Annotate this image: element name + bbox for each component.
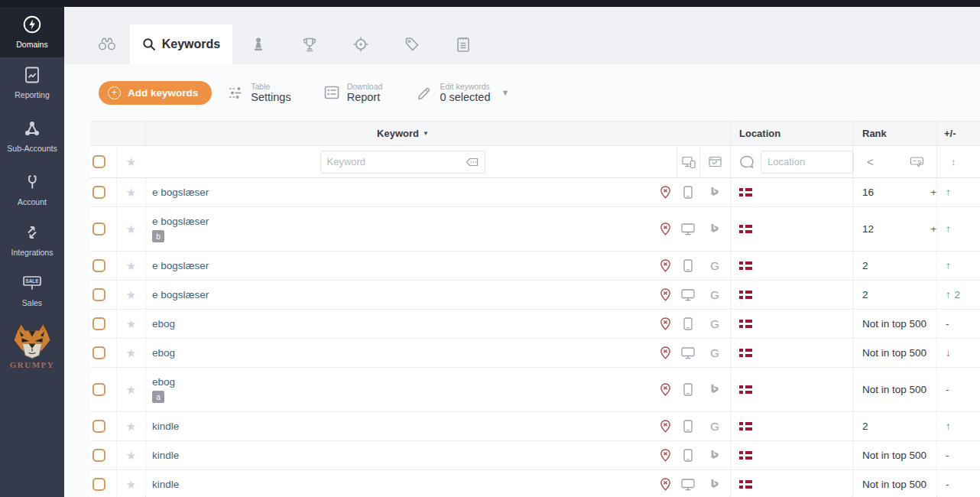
star-icon[interactable]: ★ (126, 421, 136, 432)
tab-competitor-ranks[interactable] (284, 24, 335, 64)
keyword-link[interactable]: ebog (152, 347, 654, 359)
keyword-link[interactable]: kindle (152, 479, 654, 490)
tab-keywords[interactable]: Keywords (130, 24, 232, 64)
table-settings-bottom-label: Settings (251, 91, 290, 104)
row-checkbox[interactable] (92, 259, 105, 272)
mobile-device-icon (683, 186, 693, 199)
star-icon[interactable]: ★ (126, 187, 136, 198)
tab-notes[interactable] (437, 24, 488, 64)
denmark-flag-icon (739, 349, 752, 357)
row-checkbox[interactable] (92, 420, 105, 433)
download-report-bottom-label: Report (347, 91, 383, 104)
star-icon[interactable]: ★ (126, 450, 136, 461)
keyword-link[interactable]: ebog (152, 376, 654, 388)
tab-overview[interactable] (84, 24, 130, 64)
sidebar-item-domains[interactable]: Domains (0, 7, 64, 57)
tab-landing-pages[interactable] (335, 24, 386, 64)
row-checkbox[interactable] (92, 317, 105, 330)
star-icon[interactable]: ★ (126, 289, 136, 300)
keyword-filter-input[interactable] (327, 156, 466, 167)
sidebar-item-integrations[interactable]: Integrations (0, 215, 64, 265)
change-arrow-icon: ↓ (946, 347, 951, 359)
row-checkbox[interactable] (92, 346, 105, 359)
keyword-link[interactable]: e bogslæser (152, 289, 654, 300)
geo-pin-icon[interactable] (660, 478, 671, 491)
locale-bubble-icon[interactable] (739, 155, 754, 169)
geo-pin-icon[interactable] (660, 317, 671, 330)
chevron-down-icon[interactable]: ▼ (501, 88, 510, 97)
rank-operator-filter[interactable]: < (867, 155, 874, 168)
tab-competitors[interactable] (232, 24, 284, 64)
edit-keywords-button[interactable]: Edit keywords 0 selected (416, 82, 490, 104)
bing-engine-icon (709, 479, 720, 491)
pencil-icon (416, 84, 433, 101)
desktop-device-icon (681, 223, 695, 236)
geo-pin-icon[interactable] (660, 420, 671, 433)
label-icon[interactable] (466, 158, 479, 167)
sidebar-item-account[interactable]: Account (0, 164, 64, 215)
keyword-link[interactable]: e bogslæser (152, 216, 654, 227)
sidebar-item-sales[interactable]: SALE Sales (0, 265, 64, 316)
sidebar-item-reporting[interactable]: Reporting (0, 57, 64, 108)
sidebar-item-label: Sub-Accounts (5, 144, 60, 154)
rank-header[interactable]: Rank (852, 122, 936, 145)
row-checkbox[interactable] (92, 383, 105, 396)
geo-pin-icon[interactable] (660, 288, 671, 301)
google-engine-icon: G (710, 317, 719, 330)
header-star-cell (116, 122, 145, 145)
rank-value: Not in top 500 (862, 384, 926, 395)
tab-tags[interactable] (386, 24, 437, 64)
sidebar-item-label: Account (5, 197, 60, 207)
row-checkbox[interactable] (92, 186, 105, 199)
change-arrow-icon: ↑ (946, 223, 951, 235)
download-report-button[interactable]: Download Report (323, 82, 383, 104)
change-arrow-icon: - (946, 384, 949, 395)
star-icon[interactable]: ★ (126, 223, 136, 235)
serp-features-filter-icon[interactable] (910, 156, 924, 167)
geo-pin-icon[interactable] (660, 383, 671, 396)
keyword-filter-box (320, 151, 485, 174)
select-all-checkbox[interactable] (92, 155, 105, 168)
geo-pin-icon[interactable] (660, 346, 671, 359)
sub-accounts-icon (22, 119, 42, 138)
change-arrow-icon: ↑ (946, 421, 951, 432)
sidebar-item-label: Domains (5, 40, 60, 50)
row-checkbox[interactable] (92, 478, 105, 491)
change-header[interactable]: +/- (936, 122, 980, 145)
location-header[interactable]: Location (730, 122, 852, 145)
change-filter-icon[interactable]: ↕ (951, 156, 956, 167)
star-icon[interactable]: ★ (126, 479, 136, 490)
geo-pin-icon[interactable] (660, 186, 671, 199)
star-icon[interactable]: ★ (126, 347, 136, 359)
star-icon[interactable]: ★ (126, 318, 136, 330)
mobile-device-icon (683, 449, 693, 462)
keyword-link[interactable]: e bogslæser (152, 187, 654, 198)
keyword-header[interactable]: Keyword ▼ (145, 122, 654, 145)
keyword-link[interactable]: e bogslæser (152, 260, 654, 271)
device-filter-icon[interactable] (682, 156, 696, 168)
row-checkbox[interactable] (92, 288, 105, 301)
star-filter-icon[interactable]: ★ (126, 156, 136, 167)
search-engine-filter-icon[interactable] (709, 156, 722, 167)
google-engine-icon: G (710, 288, 719, 301)
star-icon[interactable]: ★ (126, 384, 136, 395)
table-settings-button[interactable]: Table Settings (227, 82, 290, 104)
sidebar-item-sub-accounts[interactable]: Sub-Accounts (0, 108, 64, 164)
table-header-row: Keyword ▼ Location Rank +/- (90, 121, 980, 146)
keyword-link[interactable]: ebog (152, 318, 654, 330)
row-checkbox[interactable] (92, 223, 105, 236)
add-keywords-button[interactable]: + Add keywords (99, 81, 212, 105)
row-checkbox[interactable] (92, 449, 105, 462)
change-arrow-icon: ↑ (946, 289, 951, 300)
table-body: ★ e bogslæser G 16 (90, 178, 980, 497)
geo-pin-icon[interactable] (660, 449, 671, 462)
mobile-device-icon (683, 317, 693, 330)
denmark-flag-icon (739, 385, 752, 394)
keyword-link[interactable]: kindle (152, 450, 654, 461)
geo-pin-icon[interactable] (660, 223, 671, 236)
header-checkbox-cell (90, 122, 116, 145)
geo-pin-icon[interactable] (660, 259, 671, 272)
star-icon[interactable]: ★ (126, 260, 136, 271)
location-filter-input[interactable] (767, 156, 847, 167)
keyword-link[interactable]: kindle (152, 421, 654, 432)
